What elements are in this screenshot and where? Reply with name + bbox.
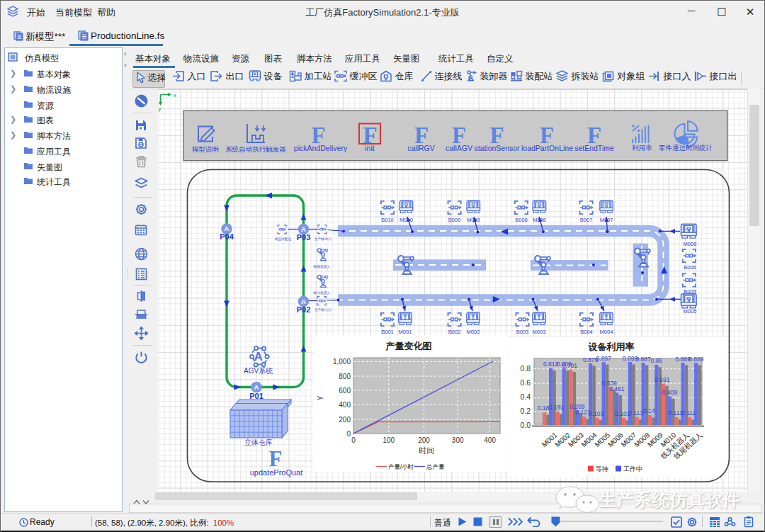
svg-text:0.791: 0.791 bbox=[562, 362, 578, 369]
svg-text:M004: M004 bbox=[600, 329, 613, 335]
svg-text:0.591: 0.591 bbox=[654, 376, 670, 383]
svg-text:0: 0 bbox=[346, 430, 351, 438]
svg-text:0.897: 0.897 bbox=[596, 355, 612, 362]
svg-text:0.2: 0.2 bbox=[520, 407, 531, 415]
svg-text:300: 300 bbox=[452, 436, 464, 444]
svg-text:callRGV: callRGV bbox=[407, 144, 435, 152]
svg-text:pickAndDelivery: pickAndDelivery bbox=[294, 144, 348, 152]
svg-text:等待: 等待 bbox=[596, 465, 608, 472]
svg-text:M006: M006 bbox=[684, 241, 697, 247]
svg-text:0.4: 0.4 bbox=[520, 392, 531, 401]
svg-text:B010: B010 bbox=[381, 217, 394, 223]
svg-text:y: y bbox=[159, 106, 162, 112]
svg-text:0.409: 0.409 bbox=[662, 389, 678, 396]
svg-text:线尾机器人: 线尾机器人 bbox=[313, 265, 331, 269]
svg-text:M008: M008 bbox=[533, 217, 546, 223]
svg-text:P01: P01 bbox=[249, 392, 264, 400]
svg-text:0.6: 0.6 bbox=[520, 378, 531, 387]
svg-text:stationSensor: stationSensor bbox=[474, 144, 520, 152]
svg-text:400: 400 bbox=[484, 436, 496, 444]
svg-text:P04: P04 bbox=[220, 232, 234, 241]
svg-text:M003: M003 bbox=[533, 329, 546, 335]
svg-text:0.103: 0.103 bbox=[589, 410, 604, 417]
svg-text:产量变化图: 产量变化图 bbox=[385, 341, 432, 351]
svg-text:200: 200 bbox=[339, 416, 351, 424]
svg-text:M002: M002 bbox=[467, 329, 480, 335]
svg-text:P02: P02 bbox=[297, 305, 311, 314]
svg-text:产量/小时: 产量/小时 bbox=[388, 463, 414, 470]
svg-text:利用率: 利用率 bbox=[631, 144, 652, 152]
svg-text:200: 200 bbox=[418, 436, 430, 444]
svg-text:callAGV: callAGV bbox=[446, 144, 472, 152]
svg-text:M009: M009 bbox=[467, 217, 480, 223]
svg-text:Y: Y bbox=[317, 395, 324, 400]
svg-text:时间: 时间 bbox=[419, 446, 434, 455]
svg-text:P03: P03 bbox=[297, 233, 311, 242]
svg-text:0.0: 0.0 bbox=[520, 421, 531, 429]
svg-text:init: init bbox=[365, 144, 375, 152]
svg-text:B006: B006 bbox=[684, 264, 696, 271]
svg-text:0.461: 0.461 bbox=[609, 385, 625, 392]
svg-text:B008: B008 bbox=[515, 217, 528, 223]
svg-text:0.113: 0.113 bbox=[628, 409, 643, 417]
svg-text:A: A bbox=[254, 383, 259, 391]
svg-text:总产量: 总产量 bbox=[426, 463, 445, 470]
svg-text:线头机器人: 线头机器人 bbox=[313, 291, 331, 295]
svg-text:0.887: 0.887 bbox=[635, 356, 651, 363]
svg-text:B002: B002 bbox=[448, 329, 461, 335]
svg-text:A: A bbox=[301, 225, 306, 233]
svg-text:M010: M010 bbox=[400, 217, 413, 223]
svg-text:0.889: 0.889 bbox=[688, 356, 704, 363]
svg-text:立体仓库: 立体仓库 bbox=[244, 438, 273, 446]
svg-text:0.191: 0.191 bbox=[549, 404, 565, 411]
svg-text:600: 600 bbox=[339, 387, 351, 395]
svg-text:1,000: 1,000 bbox=[333, 358, 351, 366]
svg-text:B003: B003 bbox=[516, 329, 529, 335]
svg-text:M007: M007 bbox=[600, 217, 613, 223]
svg-text:M005: M005 bbox=[684, 308, 697, 315]
svg-text:0.14: 0.14 bbox=[643, 407, 655, 414]
svg-text:设备利用率: 设备利用率 bbox=[588, 341, 635, 352]
svg-text:A: A bbox=[225, 225, 230, 232]
svg-text:B001: B001 bbox=[381, 329, 394, 335]
svg-text:0: 0 bbox=[351, 436, 356, 444]
svg-text:成品件配送: 成品件配送 bbox=[274, 237, 291, 242]
svg-text:生产线入口: 生产线入口 bbox=[314, 307, 332, 312]
svg-text:F: F bbox=[269, 446, 283, 471]
svg-text:零件通过时间统计: 零件通过时间统计 bbox=[659, 144, 713, 152]
svg-text:loadPartOnLine: loadPartOnLine bbox=[521, 144, 573, 152]
svg-text:AGV系统: AGV系统 bbox=[244, 367, 273, 375]
svg-text:生产线出口: 生产线出口 bbox=[314, 237, 332, 241]
svg-text:系统自动执行触发器: 系统自动执行触发器 bbox=[225, 145, 286, 153]
svg-text:800: 800 bbox=[339, 373, 351, 380]
svg-text:0.86: 0.86 bbox=[651, 357, 663, 364]
svg-text:A: A bbox=[301, 298, 306, 305]
svg-text:100: 100 bbox=[382, 436, 395, 444]
svg-text:0.111: 0.111 bbox=[681, 409, 696, 417]
svg-text:B007: B007 bbox=[580, 217, 593, 223]
svg-text:0.8: 0.8 bbox=[520, 364, 531, 373]
svg-text:0.18: 0.18 bbox=[538, 404, 550, 412]
svg-text:updateProQuat: updateProQuat bbox=[250, 468, 303, 477]
svg-text:工作中: 工作中 bbox=[623, 465, 642, 472]
svg-text:B004: B004 bbox=[580, 329, 593, 335]
svg-text:400: 400 bbox=[339, 401, 351, 409]
svg-text:x: x bbox=[174, 92, 176, 98]
svg-text:B009: B009 bbox=[448, 217, 461, 223]
svg-text:setEndTime: setEndTime bbox=[574, 144, 614, 152]
svg-text:M001: M001 bbox=[399, 329, 412, 335]
svg-text:0.111: 0.111 bbox=[668, 409, 682, 417]
svg-text:模型说明: 模型说明 bbox=[192, 145, 219, 153]
